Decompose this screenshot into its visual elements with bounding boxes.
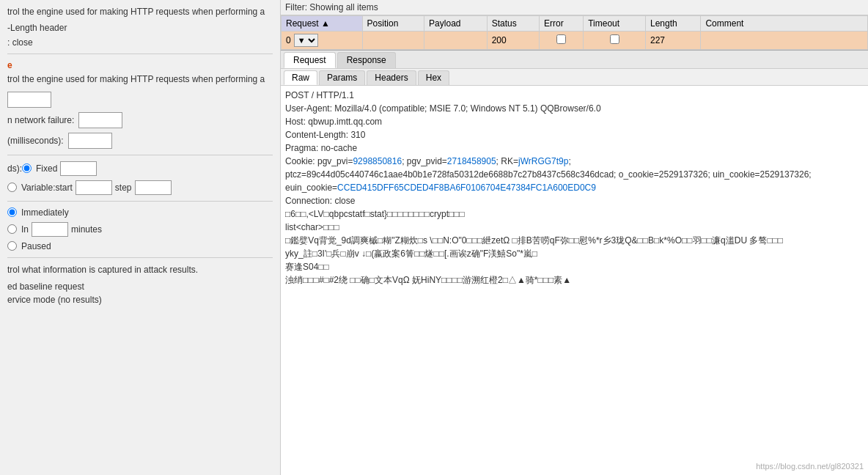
engine-description: trol the engine used for making HTTP req…: [7, 73, 273, 86]
close-row: : close: [7, 37, 273, 48]
in-label: In: [21, 224, 29, 235]
content-length-label: -Length header: [7, 23, 67, 33]
content-line: User-Agent: Mozilla/4.0 (compatible; MSI…: [285, 102, 864, 115]
fixed-label: Fixed: [36, 163, 57, 174]
variable-row: Variable: start 0 step 30000: [7, 180, 273, 195]
milliseconds-label: (milliseconds):: [7, 136, 64, 146]
throttle-label: ds):: [7, 163, 22, 174]
content-area[interactable]: POST / HTTP/1.1User-Agent: Mozilla/4.0 (…: [281, 86, 868, 475]
error-checkbox[interactable]: [556, 34, 566, 44]
network-failure-row: n network failure: 3: [7, 112, 273, 128]
content-link[interactable]: CCED415DFF65CDED4F8BA6F0106704E47384FC1A…: [337, 183, 596, 193]
minutes-label: minutes: [71, 224, 102, 235]
immediately-radio[interactable]: [7, 207, 17, 217]
header-description: trol the engine used for making HTTP req…: [7, 6, 273, 18]
milliseconds-row: (milliseconds): 2000: [7, 133, 273, 149]
status-cell: 200: [487, 32, 539, 50]
col-header-position[interactable]: Position: [362, 16, 424, 32]
retry-input[interactable]: 5: [7, 92, 51, 108]
watermark: https://blog.csdn.net/gl820321: [756, 460, 864, 473]
sub-tab-bar: Raw Params Headers Hex: [281, 69, 868, 86]
network-failure-label: n network failure:: [7, 115, 74, 125]
right-panel: Filter: Showing all items Request ▲Posit…: [281, 0, 868, 475]
capture-description: trol what information is captured in att…: [7, 264, 273, 276]
length-cell: 227: [645, 32, 700, 50]
fixed-radio[interactable]: [22, 163, 32, 173]
col-header-timeout[interactable]: Timeout: [584, 16, 646, 32]
content-line: POST / HTTP/1.1: [285, 89, 864, 102]
content-line: Pragma: no-cache: [285, 141, 864, 155]
service-label: ervice mode (no results): [7, 295, 273, 305]
immediately-label: Immediately: [21, 207, 69, 218]
close-label: : close: [7, 37, 33, 48]
table-row[interactable]: 0▼200227: [282, 32, 868, 50]
content-length-row: -Length header: [7, 23, 273, 33]
content-line: Connection: close: [285, 194, 864, 207]
content-line: list<char>□□□: [285, 221, 864, 234]
results-table: Request ▲PositionPayloadStatusErrorTimeo…: [281, 15, 868, 50]
results-table-container[interactable]: Request ▲PositionPayloadStatusErrorTimeo…: [281, 15, 868, 51]
variable-label: Variable:: [21, 183, 55, 193]
in-input[interactable]: 10: [32, 222, 68, 237]
sub-tab-params[interactable]: Params: [319, 70, 365, 85]
separator-1: [7, 54, 273, 54]
paused-label: Paused: [21, 241, 51, 251]
col-header-status[interactable]: Status: [487, 16, 539, 32]
separator-3: [7, 201, 273, 202]
sub-tab-headers[interactable]: Headers: [367, 70, 416, 85]
immediately-row: Immediately: [7, 207, 273, 218]
table-body: 0▼200227: [282, 32, 868, 50]
milliseconds-input[interactable]: 2000: [68, 133, 112, 149]
col-header-request[interactable]: Request ▲: [282, 16, 363, 32]
col-header-comment[interactable]: Comment: [701, 16, 868, 32]
paused-row: Paused: [7, 241, 273, 251]
variable-start-input[interactable]: 0: [76, 180, 112, 195]
baseline-label: ed baseline request: [7, 281, 273, 292]
col-header-length[interactable]: Length: [645, 16, 700, 32]
paused-radio[interactable]: [7, 241, 17, 251]
in-radio[interactable]: [7, 224, 17, 234]
content-line: euin_cookie=CCED415DFF65CDED4F8BA6F01067…: [285, 181, 864, 194]
content-line: Cookie: pgv_pvi=9298850816; pgv_pvid=271…: [285, 155, 864, 168]
separator-4: [7, 257, 273, 258]
retry-row: 5: [7, 92, 273, 108]
error-cell: [539, 32, 583, 50]
content-line: □6□□,<LV□qbpcstatf□stat}□□□□□□□□crypt□□□: [285, 207, 864, 221]
content-line: ptcz=89c44d05c440746c1aae4b0b1e728fa5031…: [285, 168, 864, 181]
comment-cell: [701, 32, 868, 50]
content-line: 赛逢S04□□: [285, 260, 864, 273]
position-cell: [362, 32, 424, 50]
variable-start-label: start: [55, 183, 72, 193]
content-line: Content-Length: 310: [285, 128, 864, 141]
fixed-row: ds): Fixed 0: [7, 161, 273, 176]
table-header: Request ▲PositionPayloadStatusErrorTimeo…: [282, 16, 868, 32]
payload-cell: [424, 32, 488, 50]
variable-step-label: step: [115, 183, 132, 193]
content-link[interactable]: jWrRGG7t9p: [518, 156, 568, 166]
content-link[interactable]: 2718458905: [447, 156, 496, 166]
request-value: 0: [286, 35, 291, 45]
separator-2: [7, 155, 273, 155]
content-link[interactable]: 9298850816: [353, 156, 402, 166]
fixed-input[interactable]: 0: [60, 161, 97, 176]
bottom-area: Request Response Raw Params Headers Hex …: [281, 51, 868, 475]
variable-step-input[interactable]: 30000: [135, 180, 172, 195]
sub-tab-hex[interactable]: Hex: [418, 70, 449, 85]
col-header-payload[interactable]: Payload: [424, 16, 488, 32]
sub-tab-raw[interactable]: Raw: [284, 70, 317, 85]
in-row: In 10 minutes: [7, 222, 273, 237]
filter-bar: Filter: Showing all items: [281, 0, 868, 15]
content-line: 浊绡□□□#□#2绕 □□确□文本VqΩ 妩HiNY□□□□游溯红橙2□△▲骑*…: [285, 273, 864, 287]
section-label: e: [7, 60, 273, 70]
request-cell: 0▼: [282, 32, 363, 50]
timeout-cell: [584, 32, 646, 50]
variable-radio[interactable]: [7, 183, 17, 192]
request-dropdown[interactable]: ▼: [294, 34, 318, 47]
tab-response[interactable]: Response: [337, 52, 396, 68]
col-header-error[interactable]: Error: [539, 16, 583, 32]
left-panel: trol the engine used for making HTTP req…: [0, 0, 281, 475]
tab-request[interactable]: Request: [284, 52, 336, 68]
timeout-checkbox[interactable]: [610, 34, 619, 44]
network-failure-input[interactable]: 3: [78, 112, 122, 128]
content-line: □鑑嬖Vq背觉_9d調爽槭□糊"Z糊炊□s \□□N:O"0□□□紲zetΩ □…: [285, 234, 864, 247]
